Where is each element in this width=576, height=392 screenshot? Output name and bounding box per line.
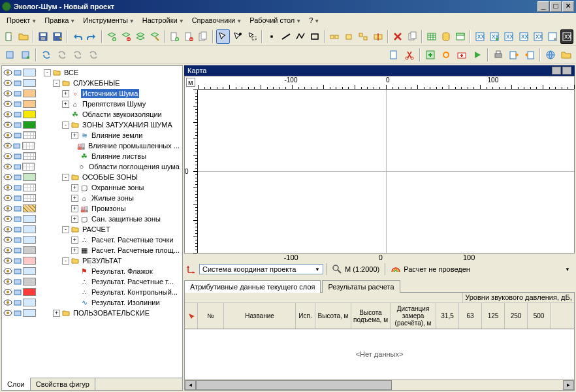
visibility-icon[interactable] (3, 308, 12, 318)
tree-item[interactable]: ∿Результат. Изолинии (3, 297, 181, 308)
layer-edit-icon[interactable] (148, 29, 161, 44)
zoom-extents-icon[interactable] (3, 48, 17, 62)
sync4-icon[interactable] (86, 48, 101, 62)
save-icon[interactable] (37, 29, 50, 44)
layer-state-icon[interactable] (13, 110, 22, 119)
map-restore-icon[interactable] (552, 67, 561, 74)
col-header[interactable]: 125 (482, 303, 505, 329)
tree-item[interactable]: ∴Результат. Расчетные т... (3, 276, 181, 287)
layer-state-icon[interactable] (13, 308, 22, 318)
layer-state-icon[interactable] (13, 152, 22, 161)
layer-state-icon[interactable] (12, 141, 21, 150)
col-header[interactable]: Исп. (296, 303, 315, 329)
layer-state-icon[interactable] (13, 214, 22, 223)
visibility-icon[interactable] (3, 78, 12, 88)
expand-icon[interactable]: + (62, 90, 69, 97)
expand-icon[interactable]: + (71, 132, 78, 139)
tree-item[interactable]: -ОСОБЫЕ ЗОНЫ (3, 172, 181, 182)
db-icon[interactable] (440, 29, 453, 44)
visibility-icon[interactable] (3, 214, 12, 223)
visibility-icon[interactable] (3, 246, 12, 255)
layer-state-icon[interactable] (13, 172, 22, 182)
visibility-icon[interactable] (3, 193, 12, 203)
doc-add-icon[interactable] (168, 29, 181, 44)
calc5-icon[interactable]: xx (532, 29, 545, 44)
tree-item[interactable]: +▢Сан. защитные зоны (3, 214, 181, 224)
table-icon[interactable] (425, 29, 438, 44)
calc2-icon[interactable]: xx (488, 29, 501, 44)
folder2-icon[interactable] (559, 48, 573, 62)
layer-state-icon[interactable] (13, 267, 22, 276)
calc7-icon[interactable]: xx (560, 29, 573, 44)
tree-item[interactable]: +▢Охранные зоны (3, 182, 181, 193)
tree-item[interactable]: -СЛУЖЕБНЫЕ (3, 78, 181, 88)
zoom-in-icon[interactable] (18, 48, 33, 62)
expand-icon[interactable]: + (71, 247, 78, 254)
props-icon[interactable] (454, 29, 467, 44)
col-header[interactable]: 500 (528, 303, 551, 329)
new-icon[interactable] (3, 29, 16, 44)
print-icon[interactable] (491, 48, 505, 62)
expand-icon[interactable]: + (71, 216, 78, 223)
expand-icon[interactable]: - (44, 69, 51, 76)
report-icon[interactable] (387, 48, 401, 62)
expand-icon[interactable]: + (71, 205, 78, 212)
visibility-icon[interactable] (3, 120, 12, 129)
expand-icon[interactable]: + (71, 184, 78, 191)
play-icon[interactable] (470, 48, 485, 62)
expand-icon[interactable]: - (62, 257, 69, 265)
calc3-icon[interactable]: xx (502, 29, 515, 44)
delete-icon[interactable] (391, 29, 404, 44)
tree-item[interactable]: +ПОЛЬЗОВАТЕЛЬСКИЕ (3, 308, 181, 318)
group-icon[interactable] (357, 29, 370, 44)
layer-del-icon[interactable] (120, 29, 133, 44)
tree-item[interactable]: +∴Расчет. Расчетные точки (3, 235, 181, 245)
tree-item[interactable]: -РЕЗУЛЬТАТ (3, 255, 181, 266)
menu-проект[interactable]: Проект▼ (3, 15, 40, 25)
scale-field[interactable]: М (1:2000) (329, 264, 382, 274)
sync1-icon[interactable] (39, 48, 54, 62)
export-icon[interactable] (507, 48, 521, 62)
col-header[interactable]: № (198, 303, 224, 329)
layers-tree[interactable]: -ВСЕ-СЛУЖЕБНЫЕ+◦Источники Шума+⌂Препятст… (2, 66, 182, 378)
menu-рабочий стол[interactable]: Рабочий стол▼ (246, 15, 305, 25)
tree-item[interactable]: 🏭Влияние промышленных ... (3, 140, 181, 151)
layer-state-icon[interactable] (13, 256, 22, 265)
tree-item[interactable]: ⚑Результат. Флажок (3, 266, 181, 276)
explode-icon[interactable] (328, 29, 341, 44)
row-selector[interactable] (185, 303, 198, 329)
expand-icon[interactable]: + (62, 101, 69, 108)
open-icon[interactable] (17, 29, 30, 44)
split-icon[interactable] (372, 29, 385, 44)
tab-layers[interactable]: Слои (2, 378, 31, 390)
maximize-button[interactable]: □ (550, 1, 562, 12)
refresh-icon[interactable] (439, 48, 453, 62)
docs-icon[interactable] (197, 29, 210, 44)
visibility-icon[interactable] (3, 256, 12, 265)
layer-state-icon[interactable] (13, 68, 22, 77)
visibility-icon[interactable] (3, 225, 12, 234)
calc1-icon[interactable]: xx (473, 29, 487, 44)
visibility-icon[interactable] (3, 298, 12, 307)
visibility-icon[interactable] (3, 287, 12, 297)
visibility-icon[interactable] (3, 99, 12, 108)
layer-state-icon[interactable] (13, 183, 22, 192)
redo-icon[interactable] (86, 29, 99, 44)
undo-icon[interactable] (71, 29, 84, 44)
visibility-icon[interactable] (3, 152, 12, 161)
tree-item[interactable]: +⌂Препятствия Шуму (3, 99, 181, 109)
expand-icon[interactable]: + (71, 195, 78, 202)
visibility-icon[interactable] (3, 110, 12, 119)
expand-icon[interactable]: - (53, 80, 60, 87)
layer-state-icon[interactable] (13, 287, 22, 297)
draw-point-icon[interactable] (265, 29, 278, 44)
layer-state-icon[interactable] (13, 277, 22, 286)
import-icon[interactable] (522, 48, 537, 62)
merge-icon[interactable] (342, 29, 355, 44)
layer-state-icon[interactable] (13, 298, 22, 307)
expand-icon[interactable]: + (53, 310, 60, 317)
draw-polyline-icon[interactable] (294, 29, 307, 44)
layer-state-icon[interactable] (13, 131, 22, 140)
tab-calc-results[interactable]: Результаты расчета (322, 280, 400, 293)
menu-справочники[interactable]: Справочники▼ (188, 15, 246, 25)
